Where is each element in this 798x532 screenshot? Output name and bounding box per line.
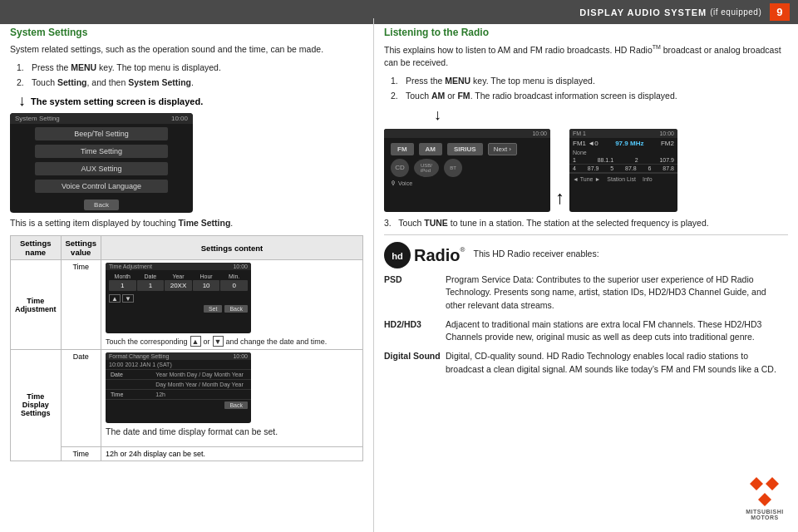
hd-radio-logo: hd Radio ® [384,242,465,268]
right-column: Listening to the Radio This explains how… [374,18,798,532]
mitsubishi-logo: MITSUBISHIMOTORS [740,474,790,524]
table-row-time-display: Time DisplaySettings Date Format Change … [11,350,363,447]
step-1: 1. Press the MENU key. The top menu is d… [17,62,363,75]
svg-text:hd: hd [392,251,403,261]
screen-topbar: System Setting 10:00 [10,113,193,124]
step3-text: 3. Touch TUNE to tune in a station. The … [384,217,788,230]
diamond-3 [758,493,771,506]
digital-desc: Digital, CD-quality sound. HD Radio Tech… [446,350,788,375]
radio-topbar: 10:00 [384,129,550,138]
format-row-time: Time 12h [106,390,251,400]
col-header-value: Settings value [61,236,101,260]
section-divider [384,234,788,235]
left-column: System Settings System related settings,… [0,18,374,532]
down-arrow-icon: ▼ [213,336,224,347]
psd-desc: Program Service Data: Contributes to the… [446,273,788,312]
back-button-time[interactable]: Back [224,305,248,313]
tm-symbol: TM [653,44,661,50]
small-radio-topbar: FM 1 10:00 [569,129,677,138]
format-topbar: Format Change Setting 10:00 [106,352,251,360]
voice-button[interactable]: 🎙 Voice [384,177,550,190]
radio-source-buttons: FM AM SIRIUS Next › [384,138,550,159]
set-button[interactable]: Set [204,305,223,313]
back-button-format[interactable]: Back [224,401,248,409]
cd-icon[interactable]: CD [391,159,409,177]
right-step-2: 2. Touch AM or FM. The radio broadcast i… [391,90,788,103]
next-button[interactable]: Next › [488,143,517,155]
hd2-desc: Adjacent to traditional main stations ar… [446,318,788,343]
format-row-date: Date Year Month Day / Day Month Year [106,370,251,380]
radio-main-screen: 10:00 FM AM SIRIUS Next › CD USB/iPod BT… [384,129,550,212]
menu-aux: AUX Setting [35,162,168,175]
sirius-button[interactable]: SIRIUS [447,143,483,155]
step-2: 2. Touch Setting, and then System Settin… [17,76,363,90]
preset-row-2: 4 87.9 5 87.8 6 87.8 [569,165,677,173]
main-content: System Settings System related settings,… [0,18,798,532]
hd-enables-text: This HD Radio receiver enables: [473,242,598,259]
table-row-time: Time 12h or 24h display can be set. [11,446,363,461]
up-arrow-icon: ▲ [190,336,201,347]
settings-table: Settings name Settings value Settings co… [10,235,363,461]
hd-radio-section: hd Radio ® This HD Radio receiver enable… [384,242,788,268]
radio-small-screen: FM 1 10:00 FM1 ◄0 97.9 MHz FM2 None 1 88… [569,129,677,212]
screen-menu: Beep/Tel Setting Time Setting AUX Settin… [35,116,168,210]
right-section-title: Listening to the Radio [384,27,788,38]
time-display-desc: 12h or 24h display can be set. [106,450,205,458]
format-desc: The date and time display format can be … [106,426,358,439]
time-adj-buttons: Set Back [106,303,251,313]
setting-note: This is a setting item displayed by touc… [10,217,363,230]
feature-digital: Digital Sound Digital, CD-quality sound.… [384,350,788,375]
menu-beep: Beep/Tel Setting [35,127,168,140]
time-adj-grid: Month Date Year Hour Min. 1 1 20XX 10 0 [106,270,251,294]
header-subtitle: (if equipped) [710,7,761,17]
diamond-1 [750,477,763,490]
table-row-time-adj: TimeAdjustment Time Time Adjustment 10:0… [11,260,363,350]
format-row-day: Day Month Year / Month Day Year [106,380,251,390]
header-title: DISPLAY AUDIO SYSTEM [579,7,707,17]
time-adj-topbar: Time Adjustment 10:00 [106,263,251,270]
feature-psd: PSD Program Service Data: Contributes to… [384,273,788,312]
arrow-indicator-right [434,106,788,124]
features-table: PSD Program Service Data: Contributes to… [384,273,788,376]
radio-word: Radio ® [414,246,465,265]
touch-instruction: Touch the corresponding ▲ or ▼ and chang… [106,336,358,347]
up-arrow[interactable]: ▲ [109,294,121,303]
usb-icon[interactable]: USB/iPod [414,159,439,177]
left-intro: System related settings, such as the ope… [10,43,363,57]
up-arrow-indicator: ↑ [555,129,564,212]
col-header-content: Settings content [101,236,362,260]
radio-screens: 10:00 FM AM SIRIUS Next › CD USB/iPod BT… [384,129,788,212]
down-arrow[interactable]: ▼ [122,294,134,303]
system-setting-screen: System Setting 10:00 Beep/Tel Setting Ti… [10,113,193,213]
radio-icon-row: CD USB/iPod BT [384,159,550,177]
arrow-label: The system setting screen is displayed. [31,96,203,106]
hd-icon: hd [384,242,411,268]
fm-button[interactable]: FM [391,143,414,155]
digital-label: Digital Sound [384,350,442,375]
preset-row-1: 1 88.1.1 2 107.9 [569,156,677,165]
am-button[interactable]: AM [419,143,442,155]
right-intro: This explains how to listen to AM and FM… [384,43,788,70]
arrow-indicator-left: The system setting screen is displayed. [18,92,363,110]
left-steps: 1. Press the MENU key. The top menu is d… [10,62,363,90]
menu-time: Time Setting [35,145,168,158]
screen-back-button[interactable]: Back [84,200,119,210]
time-adj-screen: Time Adjustment 10:00 Month Date Year Ho… [106,263,251,333]
hd2-label: HD2/HD3 [384,318,442,343]
right-step-1: 1. Press the MENU key. The top menu is d… [391,75,788,88]
station-controls: ◄ Tune ► Station List Info [569,173,677,185]
menu-voice: Voice Control Language [35,180,168,193]
diamond-2 [766,477,779,490]
right-steps: 1. Press the MENU key. The top menu is d… [384,75,788,103]
format-screen: Format Change Setting 10:00 10:00 2012 J… [106,352,251,423]
time-adj-arrows: ▲ ▼ [106,294,251,303]
feature-hd2: HD2/HD3 Adjacent to traditional main sta… [384,318,788,343]
bt-icon[interactable]: BT [444,159,462,177]
col-header-name: Settings name [11,236,62,260]
psd-label: PSD [384,273,442,312]
mitsubishi-text: MITSUBISHIMOTORS [746,509,783,520]
left-section-title: System Settings [10,27,363,38]
diamond-logo [750,477,780,507]
